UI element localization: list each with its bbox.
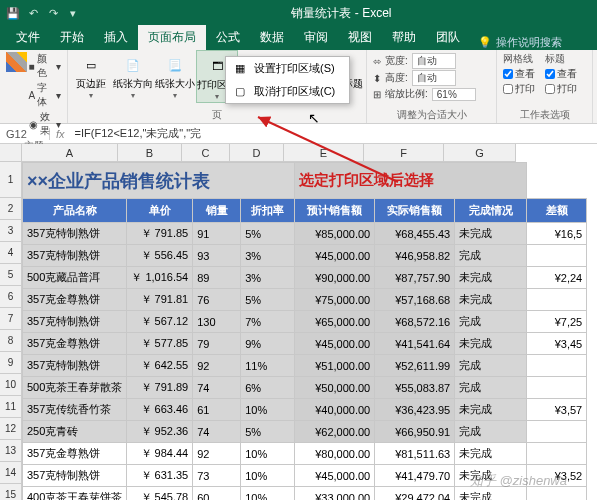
table-row[interactable]: 250克青砖￥ 952.36745%¥62,000.00¥66,950.91完成 — [23, 421, 587, 443]
table-row[interactable]: 357克传统香竹茶￥ 663.466110%¥40,000.00¥36,423.… — [23, 399, 587, 421]
theme-effects[interactable]: ◉效果▾ — [29, 110, 61, 138]
col-B[interactable]: B — [118, 144, 182, 162]
size-button[interactable]: 📃纸张大小▾ — [154, 50, 196, 103]
ribbon-tabs: 文件 开始 插入 页面布局 公式 数据 审阅 视图 帮助 团队 💡操作说明搜索 — [0, 26, 597, 50]
col-header[interactable]: 单价 — [127, 199, 193, 223]
tab-data[interactable]: 数据 — [250, 25, 294, 50]
row-10[interactable]: 10 — [0, 374, 22, 396]
bulb-icon: 💡 — [478, 36, 492, 49]
row-4[interactable]: 4 — [0, 242, 22, 264]
table-row[interactable]: 357克特制熟饼￥ 567.121307%¥65,000.00¥68,572.1… — [23, 311, 587, 333]
table-row[interactable]: 357克金尊熟饼￥ 577.85799%¥45,000.00¥41,541.64… — [23, 333, 587, 355]
tab-review[interactable]: 审阅 — [294, 25, 338, 50]
row-11[interactable]: 11 — [0, 396, 22, 418]
clear-print-area-item[interactable]: ▢取消打印区域(C) — [226, 80, 349, 103]
row-7[interactable]: 7 — [0, 308, 22, 330]
tell-me[interactable]: 💡操作说明搜索 — [478, 35, 562, 50]
row-8[interactable]: 8 — [0, 330, 22, 352]
fit-height[interactable]: 自动 — [412, 70, 456, 86]
themes-icon[interactable] — [6, 52, 27, 72]
group-fit-label: 调整为合适大小 — [373, 107, 490, 123]
row-12[interactable]: 12 — [0, 418, 22, 440]
row-1[interactable]: 1 — [0, 162, 22, 198]
row-13[interactable]: 13 — [0, 440, 22, 462]
print-area-dropdown: ▦设置打印区域(S) ▢取消打印区域(C) — [225, 56, 350, 104]
grid-print-check[interactable]: 打印 — [503, 82, 535, 96]
grid-view-check[interactable]: 查看 — [503, 67, 535, 81]
col-header[interactable]: 预计销售额 — [295, 199, 375, 223]
col-header[interactable]: 差额 — [527, 199, 587, 223]
row-3[interactable]: 3 — [0, 220, 22, 242]
col-header[interactable]: 产品名称 — [23, 199, 127, 223]
col-header[interactable]: 实际销售额 — [375, 199, 455, 223]
fit-width[interactable]: 自动 — [412, 53, 456, 69]
save-icon[interactable]: 💾 — [6, 6, 20, 20]
window-title: 销量统计表 - Excel — [86, 5, 597, 22]
theme-fonts[interactable]: A字体▾ — [29, 81, 61, 109]
fit-scale[interactable]: 61% — [432, 88, 476, 101]
row-5[interactable]: 5 — [0, 264, 22, 286]
callout: 选定打印区域后选择 — [295, 163, 527, 199]
tab-file[interactable]: 文件 — [6, 25, 50, 50]
table-row[interactable]: 357克特制熟饼￥ 791.85915%¥85,000.00¥68,455.43… — [23, 223, 587, 245]
table-row[interactable]: 357克特制熟饼￥ 642.559211%¥51,000.00¥52,611.9… — [23, 355, 587, 377]
theme-colors[interactable]: ■颜色▾ — [29, 52, 61, 80]
tab-formulas[interactable]: 公式 — [206, 25, 250, 50]
col-header[interactable]: 销量 — [193, 199, 241, 223]
clear-area-icon: ▢ — [232, 85, 248, 99]
row-15[interactable]: 15 — [0, 484, 22, 500]
col-C[interactable]: C — [182, 144, 230, 162]
col-header[interactable]: 完成情况 — [455, 199, 527, 223]
watermark: 知乎 @zishenwa — [470, 472, 567, 490]
orientation-button[interactable]: 📄纸张方向▾ — [112, 50, 154, 103]
row-6[interactable]: 6 — [0, 286, 22, 308]
row-14[interactable]: 14 — [0, 462, 22, 484]
set-print-area-item[interactable]: ▦设置打印区域(S) — [226, 57, 349, 80]
col-header[interactable]: 折扣率 — [241, 199, 295, 223]
col-A[interactable]: A — [22, 144, 118, 162]
tab-insert[interactable]: 插入 — [94, 25, 138, 50]
undo-icon[interactable]: ↶ — [26, 6, 40, 20]
redo-icon[interactable]: ↷ — [46, 6, 60, 20]
col-D[interactable]: D — [230, 144, 284, 162]
table-row[interactable]: 357克金尊熟饼￥ 791.81765%¥75,000.00¥57,168.68… — [23, 289, 587, 311]
select-all[interactable] — [0, 144, 22, 162]
tab-help[interactable]: 帮助 — [382, 25, 426, 50]
row-2[interactable]: 2 — [0, 198, 22, 220]
col-E[interactable]: E — [284, 144, 364, 162]
row-9[interactable]: 9 — [0, 352, 22, 374]
table-row[interactable]: 500克藏品普洱￥ 1,016.54893%¥90,000.00¥87,757.… — [23, 267, 587, 289]
qat-more-icon[interactable]: ▾ — [66, 6, 80, 20]
cursor-icon: ↖ — [308, 110, 320, 126]
table-title[interactable]: ××企业产品销售统计表 — [23, 163, 295, 199]
table-row[interactable]: 357克金尊熟饼￥ 984.449210%¥80,000.00¥81,511.6… — [23, 443, 587, 465]
tab-pagelayout[interactable]: 页面布局 — [138, 25, 206, 50]
group-sheet-label: 工作表选项 — [503, 107, 586, 123]
table-row[interactable]: 357克特制熟饼￥ 556.45933%¥45,000.00¥46,958.82… — [23, 245, 587, 267]
head-view-check[interactable]: 查看 — [545, 67, 577, 81]
margins-button[interactable]: ▭页边距▾ — [70, 50, 112, 103]
col-F[interactable]: F — [364, 144, 444, 162]
col-G[interactable]: G — [444, 144, 516, 162]
head-print-check[interactable]: 打印 — [545, 82, 577, 96]
table-row[interactable]: 500克茶王春芽散茶￥ 791.89746%¥50,000.00¥55,083.… — [23, 377, 587, 399]
tab-team[interactable]: 团队 — [426, 25, 470, 50]
set-area-icon: ▦ — [232, 62, 248, 76]
tab-view[interactable]: 视图 — [338, 25, 382, 50]
formula-input[interactable]: =IF(F12<E12,"未完成","完 — [71, 126, 597, 141]
tab-home[interactable]: 开始 — [50, 25, 94, 50]
